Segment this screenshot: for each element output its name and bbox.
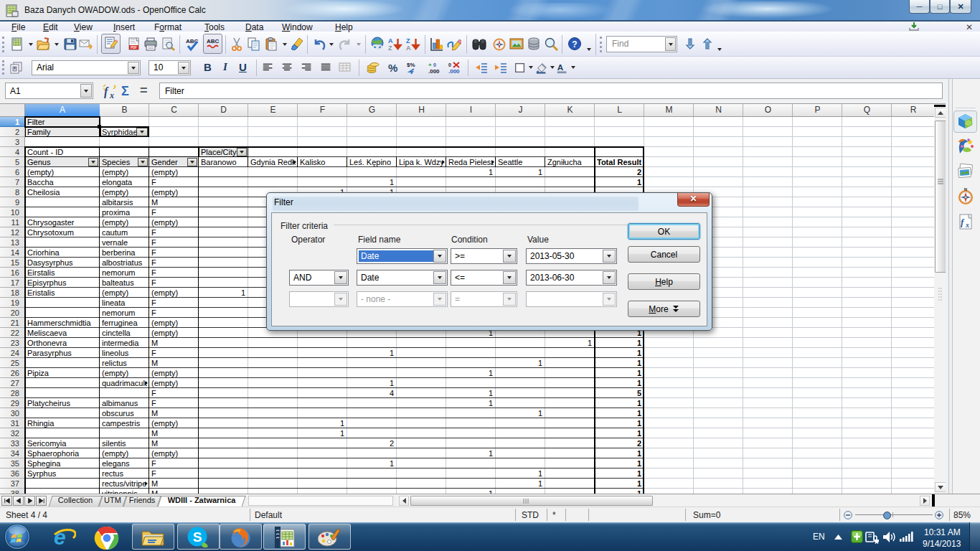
svg-text:N: N [964,187,967,192]
svg-text:?: ? [572,39,577,50]
svg-text:0: 0 [433,62,436,67]
svg-text:f: f [104,85,109,98]
svg-text:A: A [388,37,393,44]
svg-text:.000: .000 [428,68,440,75]
svg-text:ABC: ABC [207,38,220,44]
svg-text:A: A [406,44,411,52]
svg-text:x: x [109,90,114,100]
svg-text:A: A [557,62,564,72]
svg-text:.000: .000 [448,68,460,75]
svg-text:x: x [965,221,969,229]
svg-text:Z: Z [388,44,392,52]
svg-text:0: 0 [448,62,451,67]
svg-text:Z: Z [406,37,410,44]
svg-text:e: e [54,525,66,549]
svg-text:S: S [193,529,202,545]
svg-text:PDF: PDF [131,46,137,50]
svg-text:$%: $% [407,62,415,68]
svg-text:+: + [428,62,432,68]
